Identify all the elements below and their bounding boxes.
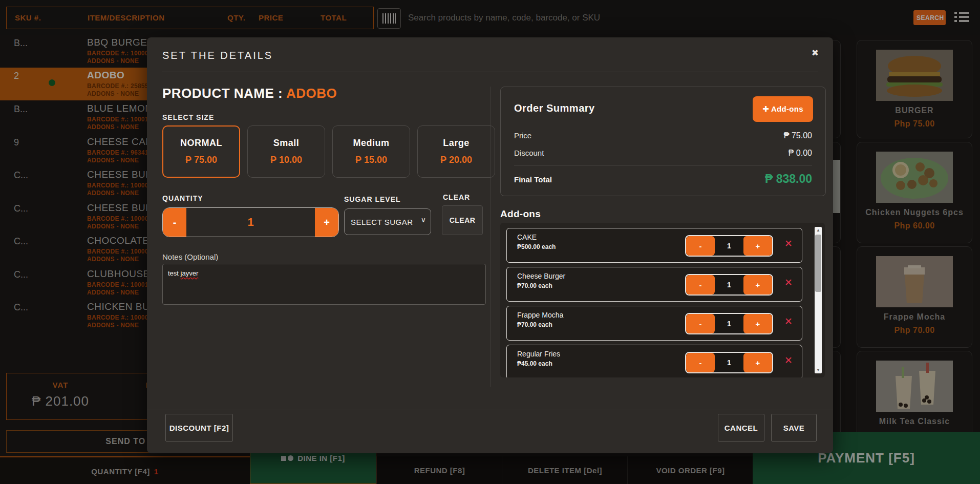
summary-price-label: Price xyxy=(514,131,531,140)
sugar-level-select[interactable]: SELECT SUGAR xyxy=(344,208,431,235)
save-button[interactable]: SAVE xyxy=(771,414,817,441)
modal-header-divider xyxy=(162,72,818,72)
addons-list: CAKE ₱500.00 each - 1 + ✕ Cheese Burger … xyxy=(500,223,825,377)
size-price: ₱ 75.00 xyxy=(185,155,217,165)
addon-price-each: ₱70.00 each xyxy=(517,321,552,328)
final-total-label: Final Total xyxy=(514,175,552,184)
addon-qty-value: 1 xyxy=(715,314,743,333)
summary-discount-value: ₱ 0.00 xyxy=(789,149,812,158)
size-label: NORMAL xyxy=(180,138,222,149)
sugar-level-select-wrap: SELECT SUGAR ∨ xyxy=(344,208,431,235)
product-name-label: PRODUCT NAME : xyxy=(162,86,283,101)
addons-heading: Add-ons xyxy=(500,208,541,220)
summary-price-row: Price ₱ 75.00 xyxy=(514,131,812,141)
quantity-stepper: - 1 + xyxy=(162,207,339,237)
addon-minus-button[interactable]: - xyxy=(686,236,715,256)
addon-minus-button[interactable]: - xyxy=(686,353,715,372)
scroll-down-arrow-icon[interactable]: ▼ xyxy=(815,367,822,373)
size-label: Medium xyxy=(353,138,389,149)
size-option-small[interactable]: Small ₱ 10.00 xyxy=(247,125,325,178)
close-icon[interactable]: ✖ xyxy=(812,48,819,58)
addon-plus-button[interactable]: + xyxy=(743,314,772,333)
addon-stepper: - 1 + xyxy=(685,235,773,257)
order-summary-card: Order Summary ✚ Add-ons Price ₱ 75.00 Di… xyxy=(500,87,826,196)
sugar-level-label: SUGAR LEVEL xyxy=(344,195,401,203)
modal-title: SET THE DETAILS xyxy=(162,50,273,61)
product-name-value: ADOBO xyxy=(286,86,337,101)
scroll-up-arrow-icon[interactable]: ▲ xyxy=(815,227,822,234)
quantity-label: QUANTITY xyxy=(162,194,203,202)
size-option-large[interactable]: Large ₱ 20.00 xyxy=(417,125,495,178)
size-label: Large xyxy=(443,138,470,149)
addon-stepper: - 1 + xyxy=(685,274,773,296)
set-details-modal: SET THE DETAILS ✖ PRODUCT NAME : ADOBO S… xyxy=(147,37,833,453)
addon-price-each: ₱70.00 each xyxy=(517,282,552,289)
size-label: Small xyxy=(273,138,300,149)
addon-item-cheese-burger: Cheese Burger ₱70.00 each - 1 + ✕ xyxy=(506,267,802,302)
addon-name: Cheese Burger xyxy=(517,272,565,280)
addon-plus-button[interactable]: + xyxy=(743,275,772,294)
cancel-button[interactable]: CANCEL xyxy=(718,414,764,441)
clear-button[interactable]: CLEAR xyxy=(442,205,483,235)
notes-label: Notes (Optional) xyxy=(162,252,218,261)
addon-qty-value: 1 xyxy=(715,353,743,372)
size-price: ₱ 15.00 xyxy=(355,155,387,165)
add-addons-button[interactable]: ✚ Add-ons xyxy=(753,96,813,122)
summary-divider xyxy=(514,165,812,165)
addon-price-each: ₱500.00 each xyxy=(517,243,556,250)
quantity-minus-button[interactable]: - xyxy=(163,208,186,237)
product-name-line: PRODUCT NAME : ADOBO xyxy=(162,86,337,101)
addon-qty-value: 1 xyxy=(715,236,743,256)
size-options: NORMAL ₱ 75.00 Small ₱ 10.00 Medium ₱ 15… xyxy=(162,125,495,178)
addon-name: Regular Fries xyxy=(517,350,560,358)
addon-remove-icon[interactable]: ✕ xyxy=(784,355,793,365)
summary-discount-row: Discount ₱ 0.00 xyxy=(514,149,812,159)
addon-remove-icon[interactable]: ✕ xyxy=(784,239,793,248)
clear-label: CLEAR xyxy=(443,193,470,201)
addon-stepper: - 1 + xyxy=(685,313,773,334)
addon-plus-button[interactable]: + xyxy=(743,353,772,372)
final-total-value: ₱ 838.00 xyxy=(765,172,812,186)
addon-remove-icon[interactable]: ✕ xyxy=(784,317,793,326)
addon-item-regular-fries: Regular Fries ₱45.00 each - 1 + ✕ xyxy=(506,345,802,377)
summary-discount-label: Discount xyxy=(514,149,544,157)
addon-stepper: - 1 + xyxy=(685,352,773,373)
size-price: ₱ 10.00 xyxy=(270,155,302,165)
notes-text-misspelled: jayver xyxy=(181,269,199,277)
addon-remove-icon[interactable]: ✕ xyxy=(784,278,793,287)
size-price: ₱ 20.00 xyxy=(440,155,472,165)
addon-item-frappe-mocha: Frappe Mocha ₱70.00 each - 1 + ✕ xyxy=(506,306,802,341)
modal-footer-divider xyxy=(147,410,833,410)
size-option-medium[interactable]: Medium ₱ 15.00 xyxy=(332,125,410,178)
size-option-normal[interactable]: NORMAL ₱ 75.00 xyxy=(162,125,240,178)
summary-price-value: ₱ 75.00 xyxy=(784,131,812,140)
quantity-value: 1 xyxy=(186,208,315,237)
discount-f2-button[interactable]: DISCOUNT [F2] xyxy=(165,414,233,441)
scrollbar-thumb[interactable] xyxy=(815,235,821,292)
notes-text: test xyxy=(168,269,181,277)
select-size-label: SELECT SIZE xyxy=(162,113,214,121)
final-total-row: Final Total ₱ 838.00 xyxy=(514,172,812,187)
pos-app: SKU #. ITEM/DESCRIPTION QTY. PRICE TOTAL… xyxy=(0,0,980,484)
addon-plus-button[interactable]: + xyxy=(743,236,772,256)
addon-name: Frappe Mocha xyxy=(517,311,563,319)
addon-minus-button[interactable]: - xyxy=(686,275,715,294)
order-summary-title: Order Summary xyxy=(514,102,595,114)
addon-item-cake: CAKE ₱500.00 each - 1 + ✕ xyxy=(506,228,802,263)
notes-textarea[interactable]: test jayver xyxy=(162,264,486,305)
addons-scrollbar: ▲ ▼ xyxy=(815,227,822,373)
addon-name: CAKE xyxy=(517,233,537,241)
addon-qty-value: 1 xyxy=(715,275,743,294)
quantity-plus-button[interactable]: + xyxy=(315,208,338,237)
addon-price-each: ₱45.00 each xyxy=(517,360,552,367)
addon-minus-button[interactable]: - xyxy=(686,314,715,333)
